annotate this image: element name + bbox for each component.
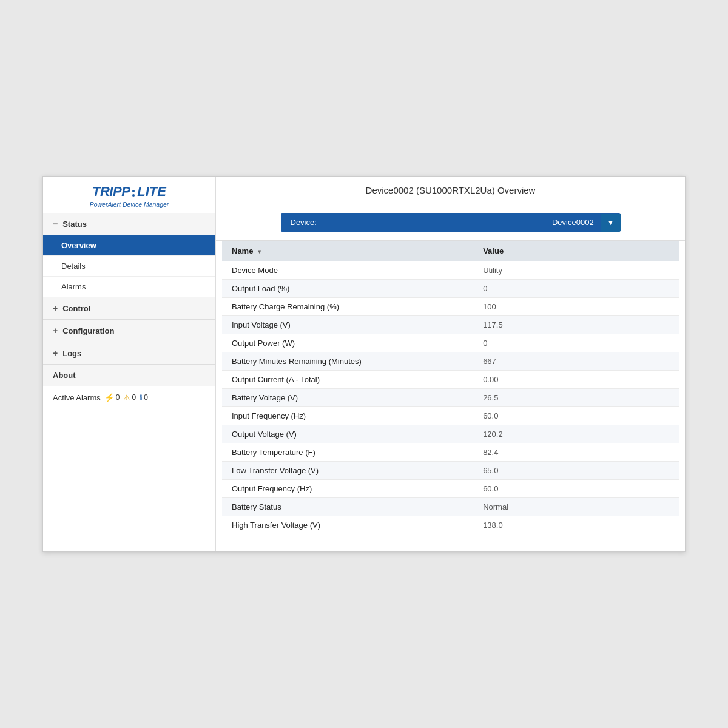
table-row: Output Current (A - Total)0.00 — [222, 371, 679, 389]
row-name-cell: Battery Temperature (F) — [222, 443, 473, 462]
table-row: Device ModeUtility — [222, 261, 679, 280]
nav-section-control[interactable]: + Control — [43, 297, 215, 320]
table-body: Device ModeUtilityOutput Load (%)0Batter… — [222, 261, 679, 534]
details-label: Details — [61, 261, 86, 271]
table-header-row: Name ▾ Value — [222, 241, 679, 261]
logo-lite: LITE — [137, 184, 166, 200]
row-name-cell: Output Voltage (V) — [222, 425, 473, 443]
row-name-cell: High Transfer Voltage (V) — [222, 516, 473, 534]
table-row: Output Frequency (Hz)60.0 — [222, 480, 679, 498]
logo-dot-top — [132, 190, 135, 192]
row-name-cell: Input Frequency (Hz) — [222, 407, 473, 425]
row-value-cell: Normal — [473, 498, 679, 516]
row-value-cell: Utility — [473, 261, 679, 280]
minus-icon: − — [53, 219, 58, 229]
row-name-cell: Battery Voltage (V) — [222, 389, 473, 407]
sort-icon: ▾ — [258, 248, 261, 255]
row-name-cell: Battery Charge Remaining (%) — [222, 298, 473, 316]
info-icon: ℹ — [140, 393, 143, 402]
row-value-cell: 26.5 — [473, 389, 679, 407]
table-row: Battery StatusNormal — [222, 498, 679, 516]
page-header: Device0002 (SU1000RTXL2Ua) Overview — [216, 177, 685, 204]
app-container: TRIPP LITE PowerAlert Device Manager − S… — [42, 176, 686, 552]
alarms-label: Alarms — [61, 282, 86, 291]
row-name-cell: Input Voltage (V) — [222, 316, 473, 334]
logs-label: Logs — [62, 349, 81, 358]
table-row: Output Voltage (V)120.2 — [222, 425, 679, 443]
row-name-cell: Output Frequency (Hz) — [222, 480, 473, 498]
device-value: Device0002 — [326, 213, 601, 232]
device-selector-row: Device: Device0002 ▼ — [216, 204, 685, 241]
plus-icon-config: + — [53, 326, 58, 335]
table-row: Battery Minutes Remaining (Minutes)667 — [222, 352, 679, 371]
row-name-cell: Output Power (W) — [222, 334, 473, 352]
row-value-cell: 60.0 — [473, 480, 679, 498]
device-field-label: Device: — [281, 213, 326, 232]
critical-count: 0 — [116, 393, 120, 402]
logo-tripp: TRIPP — [92, 184, 130, 200]
table-row: Output Load (%)0 — [222, 280, 679, 298]
table-row: Input Frequency (Hz)60.0 — [222, 407, 679, 425]
row-name-cell: Device Mode — [222, 261, 473, 280]
sidebar: TRIPP LITE PowerAlert Device Manager − S… — [43, 177, 216, 551]
sidebar-item-details[interactable]: Details — [43, 256, 215, 277]
nav-section-configuration[interactable]: + Configuration — [43, 320, 215, 342]
row-value-cell: 120.2 — [473, 425, 679, 443]
logo-area: TRIPP LITE PowerAlert Device Manager — [43, 177, 215, 213]
overview-table: Name ▾ Value Device ModeUtilityOutput Lo… — [222, 241, 679, 534]
table-row: Low Transfer Voltage (V)65.0 — [222, 462, 679, 480]
warning-count: 0 — [132, 393, 136, 402]
about-label: About — [53, 371, 76, 380]
row-value-cell: 0 — [473, 280, 679, 298]
row-name-cell: Low Transfer Voltage (V) — [222, 462, 473, 480]
table-row: Input Voltage (V)117.5 — [222, 316, 679, 334]
logo-tagline: PowerAlert Device Manager — [90, 201, 169, 208]
row-value-cell: 65.0 — [473, 462, 679, 480]
col-header-value: Value — [473, 241, 679, 261]
table-wrapper: Name ▾ Value Device ModeUtilityOutput Lo… — [216, 241, 685, 541]
main-content: Device0002 (SU1000RTXL2Ua) Overview Devi… — [216, 177, 685, 551]
info-count: 0 — [144, 393, 148, 402]
row-value-cell: 0.00 — [473, 371, 679, 389]
row-value-cell: 117.5 — [473, 316, 679, 334]
nav-about[interactable]: About — [43, 365, 215, 386]
row-name-cell: Battery Status — [222, 498, 473, 516]
alarm-critical-badge: ⚡ 0 — [104, 393, 120, 402]
table-row: High Transfer Voltage (V)138.0 — [222, 516, 679, 534]
row-name-cell: Output Load (%) — [222, 280, 473, 298]
sidebar-item-overview[interactable]: Overview — [43, 235, 215, 256]
alarm-warning-badge: ⚠ 0 — [123, 393, 136, 402]
active-alarms-label: Active Alarms — [53, 393, 101, 402]
row-value-cell: 82.4 — [473, 443, 679, 462]
plus-icon-control: + — [53, 303, 58, 313]
table-row: Battery Temperature (F)82.4 — [222, 443, 679, 462]
row-value-cell: 100 — [473, 298, 679, 316]
row-value-cell: 60.0 — [473, 407, 679, 425]
table-row: Battery Voltage (V)26.5 — [222, 389, 679, 407]
warning-icon: ⚠ — [123, 393, 130, 402]
row-name-cell: Output Current (A - Total) — [222, 371, 473, 389]
nav-section-logs[interactable]: + Logs — [43, 342, 215, 365]
sidebar-item-alarms[interactable]: Alarms — [43, 277, 215, 297]
dropdown-arrow-icon[interactable]: ▼ — [601, 214, 621, 232]
status-section-label: Status — [62, 220, 87, 229]
lightning-icon: ⚡ — [104, 393, 115, 402]
device-selector[interactable]: Device: Device0002 ▼ — [281, 213, 621, 232]
row-name-cell: Battery Minutes Remaining (Minutes) — [222, 352, 473, 371]
configuration-label: Configuration — [62, 326, 114, 335]
row-value-cell: 138.0 — [473, 516, 679, 534]
logo-dot-bottom — [132, 194, 135, 197]
logo-brand: TRIPP LITE — [92, 184, 166, 200]
table-row: Battery Charge Remaining (%)100 — [222, 298, 679, 316]
alarm-info-badge: ℹ 0 — [140, 393, 148, 402]
row-value-cell: 667 — [473, 352, 679, 371]
page-title: Device0002 (SU1000RTXL2Ua) Overview — [366, 185, 536, 195]
control-label: Control — [62, 304, 90, 313]
row-value-cell: 0 — [473, 334, 679, 352]
plus-icon-logs: + — [53, 348, 58, 358]
overview-label: Overview — [61, 241, 96, 250]
col-header-name[interactable]: Name ▾ — [222, 241, 473, 261]
nav-section-status[interactable]: − Status — [43, 213, 215, 235]
table-row: Output Power (W)0 — [222, 334, 679, 352]
active-alarms-row: Active Alarms ⚡ 0 ⚠ 0 ℹ 0 — [43, 386, 215, 408]
